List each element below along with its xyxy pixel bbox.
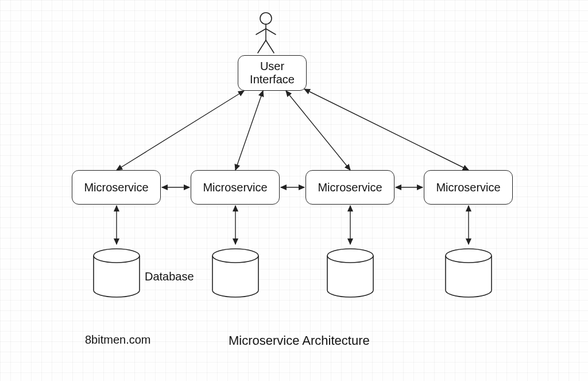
microservice-box-2: Microservice [191, 170, 280, 205]
microservice-box-4: Microservice [424, 170, 513, 205]
microservice-box-1: Microservice [72, 170, 161, 205]
database-icon [327, 249, 373, 297]
microservice-box-3: Microservice [305, 170, 394, 205]
svg-line-2 [256, 29, 266, 34]
database-icon [446, 249, 492, 297]
svg-line-6 [117, 91, 244, 170]
database-icon [94, 249, 140, 297]
svg-line-8 [286, 91, 350, 170]
diagram-canvas: { "actor": { "name": "user-actor" }, "ui… [0, 0, 588, 381]
svg-point-0 [260, 13, 272, 24]
svg-point-19 [327, 249, 373, 263]
microservice-label: Microservice [318, 181, 382, 194]
microservice-label: Microservice [436, 181, 500, 194]
database-icon [212, 249, 258, 297]
svg-point-17 [94, 249, 140, 263]
microservice-label: Microservice [203, 181, 267, 194]
svg-line-7 [235, 91, 263, 170]
connectors-ui-to-services [117, 89, 469, 170]
svg-line-9 [304, 89, 469, 170]
user-interface-label: User Interface [250, 60, 295, 86]
attribution-label: 8bitmen.com [85, 333, 151, 347]
connectors-service-to-db [117, 206, 469, 244]
microservice-label: Microservice [84, 181, 148, 194]
svg-point-20 [446, 249, 492, 263]
svg-line-3 [266, 29, 276, 34]
svg-line-4 [258, 40, 266, 53]
svg-point-18 [212, 249, 258, 263]
user-interface-box: User Interface [238, 55, 307, 91]
database-label: Database [145, 270, 194, 283]
svg-line-5 [266, 40, 274, 53]
diagram-title: Microservice Architecture [229, 333, 370, 348]
